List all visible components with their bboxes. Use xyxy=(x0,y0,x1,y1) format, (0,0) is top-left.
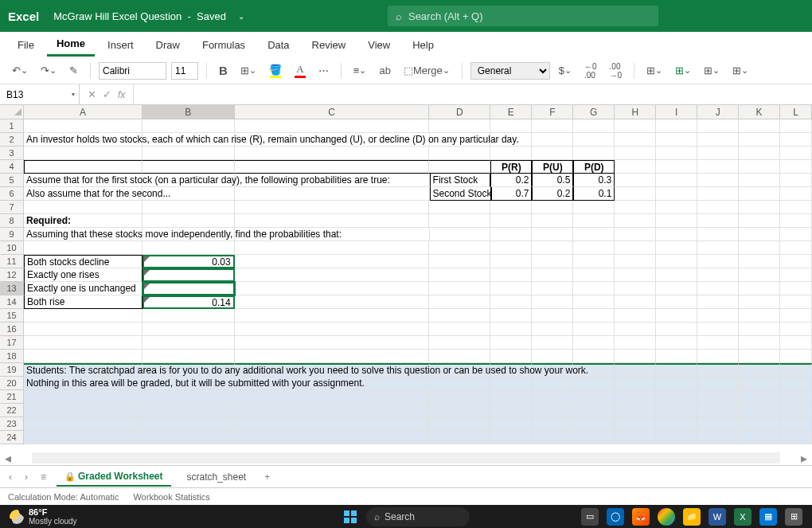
format-painter-button[interactable]: ✎ xyxy=(65,63,82,78)
cell-A18[interactable] xyxy=(24,350,142,363)
cell-E4[interactable]: P(R) xyxy=(490,160,532,174)
cell-E14[interactable] xyxy=(490,295,532,309)
cell-L15[interactable] xyxy=(780,309,812,323)
cell-D14[interactable] xyxy=(429,295,490,309)
cell-J23[interactable] xyxy=(697,417,739,431)
cell-B18[interactable] xyxy=(142,350,235,363)
cell-B10[interactable] xyxy=(142,241,235,255)
cell-K15[interactable] xyxy=(739,309,780,323)
cell-B4[interactable] xyxy=(142,160,235,174)
cell-K2[interactable] xyxy=(739,133,780,147)
sheet-nav-next[interactable]: › xyxy=(22,471,30,483)
cell-H23[interactable] xyxy=(615,417,656,431)
name-box[interactable]: B13▾ xyxy=(0,84,80,104)
cell-I14[interactable] xyxy=(656,295,697,309)
cell-E9[interactable] xyxy=(490,228,532,241)
workbook-stats[interactable]: Workbook Statistics xyxy=(133,492,209,502)
border-button[interactable]: ⊞⌄ xyxy=(236,63,260,78)
cell-F1[interactable] xyxy=(532,119,573,133)
cell-J4[interactable] xyxy=(697,160,739,174)
row-header-18[interactable]: 18 xyxy=(0,350,24,363)
cell-L16[interactable] xyxy=(780,323,812,336)
cell-E7[interactable] xyxy=(490,201,532,214)
cell-G24[interactable] xyxy=(573,431,615,444)
horizontal-scrollbar[interactable]: ◂▸ xyxy=(0,451,812,465)
cell-G11[interactable] xyxy=(573,255,615,268)
cell-C18[interactable] xyxy=(235,350,430,363)
task-icon-8[interactable]: ▦ xyxy=(759,508,777,526)
cell-C17[interactable] xyxy=(235,336,430,350)
cell-D18[interactable] xyxy=(429,350,490,363)
cell-A6[interactable]: Also assume that for the second... xyxy=(24,187,142,201)
cell-I7[interactable] xyxy=(656,201,697,214)
row-header-2[interactable]: 2 xyxy=(0,133,24,147)
cell-B17[interactable] xyxy=(142,336,235,350)
cell-E3[interactable] xyxy=(490,147,532,160)
cell-E17[interactable] xyxy=(490,336,532,350)
cell-K10[interactable] xyxy=(739,241,780,255)
col-header-E[interactable]: E xyxy=(490,105,532,119)
cell-K20[interactable] xyxy=(739,377,780,390)
cell-J20[interactable] xyxy=(697,377,739,390)
cell-G12[interactable] xyxy=(573,268,615,282)
tab-view[interactable]: View xyxy=(358,34,400,56)
cell-A11[interactable]: Both stocks decline xyxy=(24,255,142,268)
cell-H8[interactable] xyxy=(615,214,656,228)
cell-B1[interactable] xyxy=(142,119,235,133)
cell-B22[interactable] xyxy=(142,404,235,417)
cell-J15[interactable] xyxy=(697,309,739,323)
cell-K22[interactable] xyxy=(739,404,780,417)
cell-L21[interactable] xyxy=(780,390,812,404)
cell-L23[interactable] xyxy=(780,417,812,431)
cell-G16[interactable] xyxy=(573,323,615,336)
cell-H5[interactable] xyxy=(615,174,656,187)
cell-L8[interactable] xyxy=(780,214,812,228)
cell-I3[interactable] xyxy=(656,147,697,160)
excel-icon[interactable]: X xyxy=(734,508,751,526)
cell-D8[interactable] xyxy=(429,214,490,228)
cell-L19[interactable] xyxy=(780,363,812,377)
cell-L7[interactable] xyxy=(780,201,812,214)
cell-K14[interactable] xyxy=(739,295,780,309)
sheet-nav-prev[interactable]: ‹ xyxy=(6,471,14,483)
cell-B14[interactable]: 0.14 xyxy=(142,295,235,309)
cell-K4[interactable] xyxy=(739,160,780,174)
cell-I13[interactable] xyxy=(656,282,697,295)
cell-H3[interactable] xyxy=(615,147,656,160)
cell-G22[interactable] xyxy=(573,404,615,417)
cell-H12[interactable] xyxy=(615,268,656,282)
cell-H19[interactable] xyxy=(615,363,656,377)
tab-review[interactable]: Review xyxy=(303,34,356,56)
cell-H4[interactable] xyxy=(615,160,656,174)
align-button[interactable]: ≡⌄ xyxy=(349,63,371,78)
cell-A7[interactable] xyxy=(24,201,142,214)
cell-C21[interactable] xyxy=(235,390,430,404)
cell-A24[interactable] xyxy=(24,431,142,444)
cell-H16[interactable] xyxy=(615,323,656,336)
cell-J2[interactable] xyxy=(697,133,739,147)
tab-help[interactable]: Help xyxy=(403,34,443,56)
cond-format-button[interactable]: ⊞⌄ xyxy=(642,63,666,78)
cell-J9[interactable] xyxy=(697,228,739,241)
cell-D10[interactable] xyxy=(429,241,490,255)
more-font-button[interactable]: ⋯ xyxy=(314,63,333,78)
sheet-list-button[interactable]: ≡ xyxy=(38,471,49,483)
cell-A17[interactable] xyxy=(24,336,142,350)
cell-D17[interactable] xyxy=(429,336,490,350)
tab-formulas[interactable]: Formulas xyxy=(193,34,255,56)
cell-C11[interactable] xyxy=(235,255,430,268)
cell-E15[interactable] xyxy=(490,309,532,323)
cell-F23[interactable] xyxy=(532,417,573,431)
cell-H10[interactable] xyxy=(615,241,656,255)
cell-I9[interactable] xyxy=(656,228,697,241)
cell-C23[interactable] xyxy=(235,417,430,431)
cell-L18[interactable] xyxy=(780,350,812,363)
cell-C8[interactable] xyxy=(235,214,430,228)
cell-J14[interactable] xyxy=(697,295,739,309)
cell-D5[interactable]: First Stock xyxy=(430,174,491,187)
row-header-4[interactable]: 4 xyxy=(0,160,24,174)
cell-E21[interactable] xyxy=(490,390,532,404)
cell-D15[interactable] xyxy=(429,309,490,323)
cell-G15[interactable] xyxy=(573,309,615,323)
cell-J21[interactable] xyxy=(697,390,739,404)
